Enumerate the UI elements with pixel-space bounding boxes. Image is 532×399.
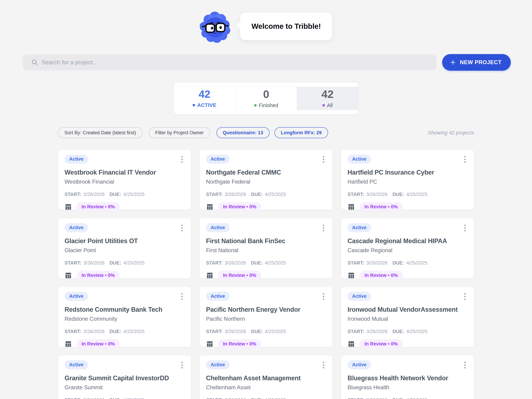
questionnaire-filter-chip[interactable]: Questionnaire: 13 bbox=[216, 127, 270, 138]
card-menu-kebab-icon[interactable] bbox=[462, 292, 468, 301]
project-dates: START: 3/26/2026 DUE: 4/25/2025 bbox=[206, 192, 326, 197]
projects-grid: Active Westbrook Financial IT Vendor Wes… bbox=[58, 150, 474, 399]
card-menu-kebab-icon[interactable] bbox=[321, 360, 326, 370]
card-menu-kebab-icon[interactable] bbox=[179, 292, 184, 301]
stat-tab-active[interactable]: 42 ACTIVE bbox=[174, 87, 235, 110]
project-card[interactable]: Active Pacific Northern Energy Vendor Pa… bbox=[200, 287, 332, 347]
start-date: 3/26/2026 bbox=[225, 397, 246, 399]
due-label: DUE: bbox=[109, 260, 121, 266]
project-client: Northgate Federal bbox=[206, 179, 326, 185]
start-label: START: bbox=[206, 397, 223, 399]
project-dates: START: 3/26/2026 DUE: 4/25/2025 bbox=[64, 192, 184, 197]
project-title: Ironwood Mutual VendorAssessment bbox=[348, 306, 468, 313]
card-menu-kebab-icon[interactable] bbox=[179, 360, 184, 370]
active-dot-icon bbox=[193, 104, 195, 106]
table-icon bbox=[206, 272, 214, 279]
active-label: ACTIVE bbox=[197, 102, 216, 108]
start-label: START: bbox=[64, 329, 81, 334]
start-date: 3/26/2026 bbox=[83, 397, 105, 399]
start-label: START: bbox=[206, 192, 223, 197]
project-title: Cascade Regional Medical HIPAA bbox=[348, 237, 468, 245]
project-dates: START: 3/26/2026 DUE: 4/25/2025 bbox=[348, 192, 468, 197]
finished-count: 0 bbox=[263, 89, 269, 100]
status-badge: Active bbox=[64, 223, 88, 232]
card-menu-kebab-icon[interactable] bbox=[321, 292, 326, 301]
project-title: Redstone Community Bank Tech bbox=[64, 306, 184, 313]
status-badge: Active bbox=[206, 155, 230, 164]
search-input[interactable] bbox=[41, 59, 430, 66]
project-dates: START: 3/26/2026 DUE: 4/25/2025 bbox=[206, 397, 326, 399]
due-date: 4/25/2025 bbox=[265, 260, 286, 266]
table-icon bbox=[206, 203, 214, 211]
stat-tab-finished[interactable]: 0 Finished bbox=[235, 87, 297, 110]
due-date: 4/25/2025 bbox=[406, 260, 427, 266]
project-card[interactable]: Active Glacier Point Utilities OT Glacie… bbox=[58, 218, 191, 279]
project-stats-card: 42 ACTIVE 0 Finished 42 All bbox=[174, 82, 358, 114]
project-dates: START: 3/26/2026 DUE: 4/25/2025 bbox=[64, 329, 184, 334]
longform-rfx-filter-chip[interactable]: Longform RFx: 29 bbox=[274, 127, 328, 138]
due-label: DUE: bbox=[251, 329, 263, 334]
plus-icon bbox=[450, 59, 456, 65]
new-project-label: NEW PROJECT bbox=[460, 59, 502, 66]
project-card[interactable]: Active Cascade Regional Medical HIPAA Ca… bbox=[341, 218, 474, 279]
project-title: Cheltenham Asset Management bbox=[206, 374, 326, 382]
search-bar[interactable] bbox=[23, 54, 437, 70]
start-date: 3/26/2026 bbox=[83, 260, 105, 266]
sort-by-chip[interactable]: Sort By: Created Date (latest first) bbox=[58, 127, 142, 138]
all-dot-icon bbox=[323, 104, 325, 106]
card-menu-kebab-icon[interactable] bbox=[179, 155, 184, 164]
status-badge: Active bbox=[348, 360, 371, 369]
status-badge: Active bbox=[348, 155, 371, 164]
status-badge: Active bbox=[206, 223, 230, 232]
due-label: DUE: bbox=[393, 329, 404, 334]
stat-tab-all[interactable]: 42 All bbox=[297, 87, 358, 110]
project-dates: START: 3/26/2026 DUE: 4/25/2025 bbox=[206, 260, 326, 266]
card-menu-kebab-icon[interactable] bbox=[462, 155, 468, 164]
due-date: 4/25/2025 bbox=[123, 397, 145, 399]
card-menu-kebab-icon[interactable] bbox=[462, 360, 468, 370]
status-badge: Active bbox=[64, 155, 88, 164]
project-card[interactable]: Active Northgate Federal CMMC Northgate … bbox=[200, 150, 332, 210]
project-card[interactable]: Active Cheltenham Asset Management Chelt… bbox=[200, 355, 332, 399]
start-label: START: bbox=[206, 260, 223, 266]
project-title: Northgate Federal CMMC bbox=[206, 169, 326, 176]
status-badge: Active bbox=[348, 223, 371, 232]
new-project-button[interactable]: NEW PROJECT bbox=[442, 54, 511, 71]
all-label: All bbox=[327, 102, 333, 108]
project-card[interactable]: Active Ironwood Mutual VendorAssessment … bbox=[341, 287, 474, 347]
project-dates: START: 3/26/2026 DUE: 4/25/2025 bbox=[206, 329, 326, 334]
card-menu-kebab-icon[interactable] bbox=[321, 223, 326, 233]
filter-owner-chip[interactable]: Filter by Project Owner bbox=[149, 127, 210, 138]
project-client: Pacific Northern bbox=[206, 316, 326, 322]
due-label: DUE: bbox=[251, 260, 263, 266]
start-label: START: bbox=[348, 260, 364, 266]
project-card[interactable]: Active Granite Summit Capital InvestorDD… bbox=[58, 355, 191, 399]
all-count: 42 bbox=[321, 89, 334, 100]
project-card[interactable]: Active First National Bank FinSec First … bbox=[200, 218, 332, 279]
due-label: DUE: bbox=[109, 192, 121, 197]
project-card[interactable]: Active Bluegrass Health Network Vendor B… bbox=[341, 355, 474, 399]
card-menu-kebab-icon[interactable] bbox=[321, 155, 326, 164]
finished-label: Finished bbox=[259, 102, 278, 108]
project-card[interactable]: Active Redstone Community Bank Tech Reds… bbox=[58, 287, 191, 347]
progress-status-pill: In Review • 0% bbox=[218, 202, 261, 212]
search-row: NEW PROJECT bbox=[23, 54, 511, 71]
table-icon bbox=[64, 203, 72, 211]
status-badge: Active bbox=[348, 292, 371, 301]
due-label: DUE: bbox=[393, 397, 404, 399]
progress-status-pill: In Review • 0% bbox=[360, 339, 403, 349]
project-client: Hartfield PC bbox=[348, 179, 468, 185]
project-card[interactable]: Active Hartfield PC Insurance Cyber Hart… bbox=[341, 150, 474, 210]
project-card[interactable]: Active Westbrook Financial IT Vendor Wes… bbox=[58, 150, 191, 210]
progress-status-pill: In Review • 0% bbox=[76, 339, 120, 349]
due-date: 4/25/2025 bbox=[123, 260, 145, 266]
welcome-text: Welcome to Tribble! bbox=[252, 22, 321, 31]
due-label: DUE: bbox=[109, 397, 121, 399]
project-title: Bluegrass Health Network Vendor bbox=[348, 374, 468, 382]
due-date: 4/25/2025 bbox=[265, 192, 286, 197]
progress-status-pill: In Review • 0% bbox=[76, 271, 120, 280]
card-menu-kebab-icon[interactable] bbox=[462, 223, 468, 233]
due-date: 4/25/2025 bbox=[406, 192, 427, 197]
card-menu-kebab-icon[interactable] bbox=[179, 223, 184, 233]
project-title: Granite Summit Capital InvestorDD bbox=[64, 374, 184, 382]
